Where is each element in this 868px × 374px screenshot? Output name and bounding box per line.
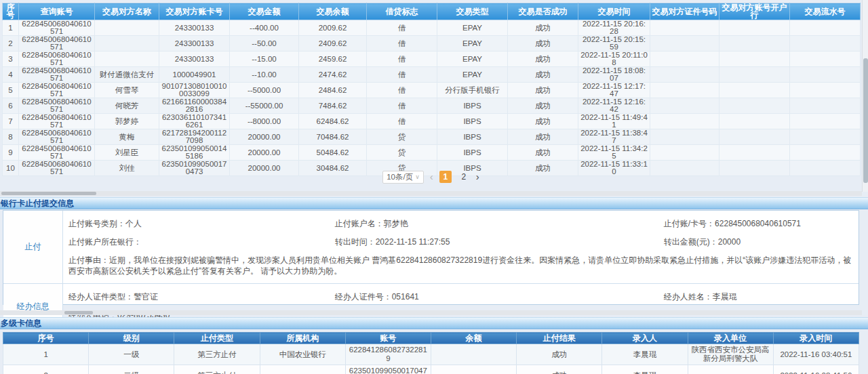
page-button-2[interactable]: 2 (458, 171, 470, 183)
table-cell (790, 114, 861, 129)
table-cell: 6228450068040610571 (19, 20, 95, 36)
table-cell: 6235010990500145186 (159, 145, 230, 161)
column-header: 止付类型 (174, 333, 260, 344)
scrollbar-thumb[interactable] (64, 311, 93, 314)
table-cell (790, 51, 861, 67)
table-cell: 借 (367, 51, 437, 67)
next-page-icon[interactable]: › (476, 171, 479, 183)
scrollbar-thumb[interactable] (863, 58, 868, 183)
table-cell: 3 (3, 51, 19, 67)
table-cell: 4 (3, 67, 19, 83)
scrollbar-thumb[interactable] (1, 192, 96, 195)
multi-card-section-title: 多级卡信息 (0, 317, 868, 329)
vertical-scrollbar[interactable] (862, 0, 868, 192)
column-header: 止付结果 (517, 333, 602, 344)
table-cell: 财付通微信支付 (95, 67, 159, 83)
multi-card-table: 序号级别止付类型所属机构账号余额止付结果录入人录入单位录入时间 1一级第三方止付… (3, 332, 859, 374)
table-cell: --5000.00 (230, 83, 299, 98)
table-cell: 6228450068040610571 (19, 145, 95, 161)
table-cell: 2022-11-15 12:16:42 (578, 98, 650, 114)
table-cell: 20000.00 (230, 145, 299, 161)
table-cell (431, 344, 516, 365)
table-cell: 9010713080100100033099 (159, 83, 230, 98)
multi-card-header-row: 序号级别止付类型所属机构账号余额止付结果录入人录入单位录入时间 (3, 333, 859, 344)
field-operator-id-number: 经办人证件号：051641 (335, 291, 664, 303)
table-cell: 何雪琴 (95, 83, 159, 98)
column-header: 交易类型 (437, 3, 508, 20)
table-cell: 7484.62 (299, 98, 367, 114)
page-button-1[interactable]: 1 (439, 171, 452, 183)
table-cell (719, 20, 790, 36)
table-cell (719, 83, 790, 98)
table-cell: 第三方止付 (174, 344, 260, 365)
table-cell: 李晨琨 (602, 344, 688, 365)
table-row: 46228450068040610571财付通微信支付1000049901--1… (3, 67, 861, 83)
table-cell (95, 36, 159, 51)
stop-payment-group: 止付 止付账号类别：个人 止付账户名：郭梦艳 止付账/卡号：6228450068… (3, 211, 859, 283)
table-cell: IBPS (437, 129, 508, 145)
table-cell (790, 83, 861, 98)
table-cell (650, 129, 719, 145)
stop-payment-section-title: 银行卡止付提交信息 (0, 197, 868, 209)
table-cell: IBPS (437, 145, 508, 161)
table-row: 2二级第三方止付6235010990500170473成功李晨琨2022-11-… (3, 365, 859, 374)
table-cell (650, 67, 719, 83)
table-row: 36228450068040610571243300133--15.002459… (3, 51, 861, 67)
column-header: 账号 (345, 333, 431, 344)
table-cell: EPAY (437, 51, 508, 67)
horizontal-scrollbar[interactable] (0, 191, 862, 196)
table-row: 66228450068040610571何晓芳62166116000038428… (3, 98, 861, 114)
table-cell: 6228450068040610571 (19, 98, 95, 114)
table-cell (790, 98, 861, 114)
table-row: 26228450068040610571243300133--50.002409… (3, 36, 861, 51)
table-cell: 成功 (508, 114, 578, 129)
table-cell: 6 (3, 98, 19, 114)
horizontal-scrollbar[interactable] (0, 310, 862, 315)
table-row: 16228450068040610571243300133--400.00200… (3, 20, 861, 36)
table-cell: 2022-11-15 12:17:47 (578, 83, 650, 98)
table-cell: 2009.62 (299, 20, 367, 36)
table-cell: 借 (367, 114, 437, 129)
table-cell: 成功 (508, 51, 578, 67)
table-cell: 2 (3, 36, 19, 51)
prev-page-icon[interactable]: ‹ (430, 171, 433, 183)
table-cell: 贷 (367, 145, 437, 161)
table-cell (650, 51, 719, 67)
table-cell: 成功 (508, 36, 578, 51)
table-cell: 郭梦婷 (95, 114, 159, 129)
table-cell (650, 145, 719, 161)
table-cell: 6235010990500170473 (345, 365, 431, 374)
table-cell: 2022-11-15 11:38:47 (578, 129, 650, 145)
column-header: 录入人 (602, 333, 688, 344)
table-cell: 7 (3, 114, 19, 129)
table-cell: 6216611600003842816 (159, 98, 230, 114)
column-header: 序号 (3, 3, 19, 20)
table-cell (790, 129, 861, 145)
table-cell: 2022-11-15 18:08:07 (578, 67, 650, 83)
field-account-name: 止付账户名：郭梦艳 (335, 218, 664, 230)
table-cell (260, 365, 345, 374)
table-cell: 借 (367, 67, 437, 83)
table-cell: 中国农业银行 (260, 344, 345, 365)
column-header: 交易余额 (299, 3, 367, 20)
table-cell: 70484.62 (299, 129, 367, 145)
column-header: 交易对方名称 (95, 3, 159, 20)
table-cell: EPAY (437, 36, 508, 51)
table-cell: 9 (3, 145, 19, 161)
table-cell: --55000.00 (230, 98, 299, 114)
table-cell: 6230361101073416261 (159, 114, 230, 129)
table-cell: 6228412860827322819 (345, 344, 431, 365)
table-cell: 2022-11-15 20:11:08 (578, 51, 650, 67)
column-header: 交易是否成功 (508, 3, 578, 20)
field-account-type: 止付账号类别：个人 (68, 218, 335, 230)
table-cell (650, 20, 719, 36)
caret-down-icon: ∨ (415, 173, 420, 180)
column-header: 查询账号 (19, 3, 95, 20)
table-cell (790, 67, 861, 83)
table-cell (95, 20, 159, 36)
page-size-select[interactable]: 10条/页 ∨ (382, 171, 424, 184)
table-cell: 2022-11-16 08:41:56 (773, 365, 859, 374)
column-header: 借贷标志 (367, 3, 437, 20)
table-cell: 贷 (367, 129, 437, 145)
table-cell: 借 (367, 20, 437, 36)
